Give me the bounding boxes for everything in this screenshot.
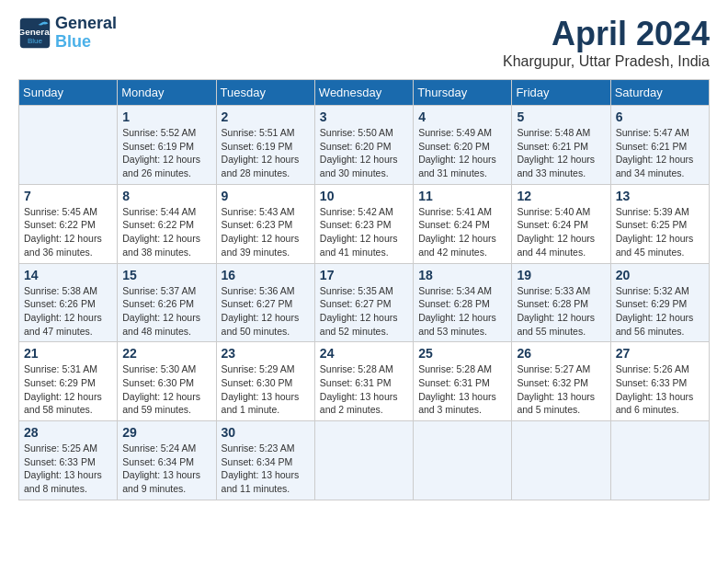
day-info: Sunrise: 5:41 AM Sunset: 6:24 PM Dayligh… [418, 205, 506, 259]
calendar-cell: 15Sunrise: 5:37 AM Sunset: 6:26 PM Dayli… [118, 263, 216, 342]
calendar-cell: 12Sunrise: 5:40 AM Sunset: 6:24 PM Dayli… [512, 184, 610, 263]
day-info: Sunrise: 5:42 AM Sunset: 6:23 PM Dayligh… [320, 205, 408, 259]
day-number: 20 [616, 268, 704, 282]
day-number: 19 [517, 268, 605, 282]
calendar-header-tuesday: Tuesday [216, 80, 314, 106]
day-info: Sunrise: 5:29 AM Sunset: 6:30 PM Dayligh… [222, 362, 310, 417]
calendar-cell: 18Sunrise: 5:34 AM Sunset: 6:28 PM Dayli… [414, 263, 512, 342]
day-number: 1 [122, 109, 210, 124]
day-number: 25 [418, 346, 506, 361]
calendar-cell: 6Sunrise: 5:47 AM Sunset: 6:21 PM Daylig… [610, 106, 709, 185]
calendar-cell [414, 421, 512, 500]
page-subtitle: Khargupur, Uttar Pradesh, India [503, 53, 710, 70]
day-number: 3 [320, 109, 408, 124]
day-info: Sunrise: 5:43 AM Sunset: 6:23 PM Dayligh… [222, 205, 310, 259]
day-info: Sunrise: 5:52 AM Sunset: 6:19 PM Dayligh… [122, 126, 210, 180]
calendar-table: SundayMondayTuesdayWednesdayThursdayFrid… [18, 79, 710, 500]
day-info: Sunrise: 5:28 AM Sunset: 6:31 PM Dayligh… [418, 362, 506, 417]
day-info: Sunrise: 5:38 AM Sunset: 6:26 PM Dayligh… [24, 284, 112, 339]
svg-text:Blue: Blue [28, 37, 43, 45]
day-info: Sunrise: 5:35 AM Sunset: 6:27 PM Dayligh… [320, 284, 408, 339]
day-info: Sunrise: 5:44 AM Sunset: 6:22 PM Dayligh… [122, 205, 210, 259]
calendar-cell [19, 106, 118, 185]
day-number: 27 [616, 346, 704, 361]
calendar-cell: 19Sunrise: 5:33 AM Sunset: 6:28 PM Dayli… [512, 263, 610, 342]
day-number: 30 [222, 425, 310, 440]
calendar-cell: 23Sunrise: 5:29 AM Sunset: 6:30 PM Dayli… [216, 342, 314, 421]
calendar-week-row: 28Sunrise: 5:25 AM Sunset: 6:33 PM Dayli… [19, 421, 710, 500]
calendar-cell: 30Sunrise: 5:23 AM Sunset: 6:34 PM Dayli… [216, 421, 314, 500]
calendar-cell: 1Sunrise: 5:52 AM Sunset: 6:19 PM Daylig… [118, 106, 216, 185]
day-info: Sunrise: 5:47 AM Sunset: 6:21 PM Dayligh… [616, 126, 704, 180]
calendar-header-thursday: Thursday [414, 80, 512, 106]
day-number: 7 [24, 189, 112, 203]
calendar-week-row: 1Sunrise: 5:52 AM Sunset: 6:19 PM Daylig… [19, 106, 710, 185]
calendar-cell: 16Sunrise: 5:36 AM Sunset: 6:27 PM Dayli… [216, 263, 314, 342]
calendar-header-row: SundayMondayTuesdayWednesdayThursdayFrid… [19, 80, 710, 106]
day-number: 8 [122, 189, 210, 203]
day-number: 28 [24, 425, 112, 440]
calendar-cell: 24Sunrise: 5:28 AM Sunset: 6:31 PM Dayli… [314, 342, 413, 421]
day-info: Sunrise: 5:26 AM Sunset: 6:33 PM Dayligh… [616, 362, 704, 417]
page-title: April 2024 [503, 15, 710, 53]
day-number: 6 [616, 109, 704, 124]
calendar-week-row: 7Sunrise: 5:45 AM Sunset: 6:22 PM Daylig… [19, 184, 710, 263]
day-info: Sunrise: 5:28 AM Sunset: 6:31 PM Dayligh… [320, 362, 408, 417]
day-info: Sunrise: 5:40 AM Sunset: 6:24 PM Dayligh… [517, 205, 605, 259]
calendar-header-friday: Friday [512, 80, 610, 106]
logo: General Blue General Blue [18, 15, 117, 52]
calendar-cell: 28Sunrise: 5:25 AM Sunset: 6:33 PM Dayli… [19, 421, 118, 500]
calendar-cell: 11Sunrise: 5:41 AM Sunset: 6:24 PM Dayli… [414, 184, 512, 263]
day-info: Sunrise: 5:32 AM Sunset: 6:29 PM Dayligh… [616, 284, 704, 339]
logo-line2: Blue [55, 33, 117, 52]
day-info: Sunrise: 5:23 AM Sunset: 6:34 PM Dayligh… [222, 442, 310, 496]
day-info: Sunrise: 5:36 AM Sunset: 6:27 PM Dayligh… [222, 284, 310, 339]
calendar-cell: 5Sunrise: 5:48 AM Sunset: 6:21 PM Daylig… [512, 106, 610, 185]
day-info: Sunrise: 5:39 AM Sunset: 6:25 PM Dayligh… [616, 205, 704, 259]
day-info: Sunrise: 5:31 AM Sunset: 6:29 PM Dayligh… [24, 362, 112, 417]
calendar-week-row: 21Sunrise: 5:31 AM Sunset: 6:29 PM Dayli… [19, 342, 710, 421]
logo-icon: General Blue [18, 17, 51, 50]
calendar-cell: 2Sunrise: 5:51 AM Sunset: 6:19 PM Daylig… [216, 106, 314, 185]
day-info: Sunrise: 5:25 AM Sunset: 6:33 PM Dayligh… [24, 442, 112, 496]
day-info: Sunrise: 5:34 AM Sunset: 6:28 PM Dayligh… [418, 284, 506, 339]
day-number: 22 [122, 346, 210, 361]
calendar-header-monday: Monday [118, 80, 216, 106]
calendar-cell: 8Sunrise: 5:44 AM Sunset: 6:22 PM Daylig… [118, 184, 216, 263]
calendar-cell: 10Sunrise: 5:42 AM Sunset: 6:23 PM Dayli… [314, 184, 413, 263]
calendar-cell: 7Sunrise: 5:45 AM Sunset: 6:22 PM Daylig… [19, 184, 118, 263]
calendar-cell: 17Sunrise: 5:35 AM Sunset: 6:27 PM Dayli… [314, 263, 413, 342]
day-info: Sunrise: 5:24 AM Sunset: 6:34 PM Dayligh… [122, 442, 210, 496]
day-number: 11 [418, 189, 506, 203]
day-info: Sunrise: 5:48 AM Sunset: 6:21 PM Dayligh… [517, 126, 605, 180]
day-number: 16 [222, 268, 310, 282]
day-number: 17 [320, 268, 408, 282]
day-number: 29 [122, 425, 210, 440]
day-number: 26 [517, 346, 605, 361]
calendar-cell: 22Sunrise: 5:30 AM Sunset: 6:30 PM Dayli… [118, 342, 216, 421]
page-header: General Blue General Blue April 2024 Kha… [18, 15, 710, 70]
calendar-header-saturday: Saturday [610, 80, 709, 106]
day-info: Sunrise: 5:30 AM Sunset: 6:30 PM Dayligh… [122, 362, 210, 417]
day-number: 15 [122, 268, 210, 282]
day-number: 10 [320, 189, 408, 203]
calendar-cell: 26Sunrise: 5:27 AM Sunset: 6:32 PM Dayli… [512, 342, 610, 421]
day-info: Sunrise: 5:50 AM Sunset: 6:20 PM Dayligh… [320, 126, 408, 180]
day-info: Sunrise: 5:27 AM Sunset: 6:32 PM Dayligh… [517, 362, 605, 417]
day-number: 18 [418, 268, 506, 282]
day-info: Sunrise: 5:37 AM Sunset: 6:26 PM Dayligh… [122, 284, 210, 339]
logo-line1: General [55, 15, 117, 33]
calendar-cell: 20Sunrise: 5:32 AM Sunset: 6:29 PM Dayli… [610, 263, 709, 342]
calendar-header-sunday: Sunday [19, 80, 118, 106]
calendar-week-row: 14Sunrise: 5:38 AM Sunset: 6:26 PM Dayli… [19, 263, 710, 342]
svg-text:General: General [18, 27, 51, 37]
day-number: 4 [418, 109, 506, 124]
day-info: Sunrise: 5:45 AM Sunset: 6:22 PM Dayligh… [24, 205, 112, 259]
day-number: 5 [517, 109, 605, 124]
day-number: 23 [222, 346, 310, 361]
day-number: 12 [517, 189, 605, 203]
calendar-header-wednesday: Wednesday [314, 80, 413, 106]
calendar-cell: 14Sunrise: 5:38 AM Sunset: 6:26 PM Dayli… [19, 263, 118, 342]
day-info: Sunrise: 5:49 AM Sunset: 6:20 PM Dayligh… [418, 126, 506, 180]
day-number: 24 [320, 346, 408, 361]
